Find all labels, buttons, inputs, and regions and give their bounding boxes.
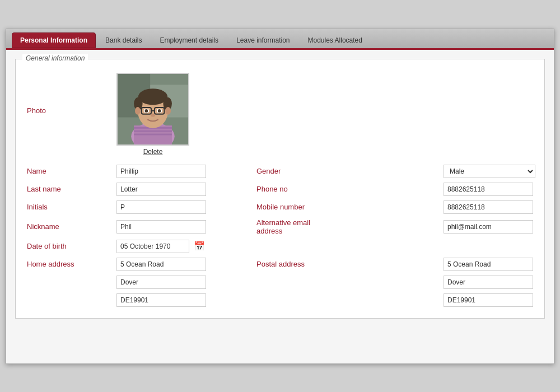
name-label: Name bbox=[27, 167, 116, 175]
photo-label: Photo bbox=[27, 73, 116, 115]
name-input[interactable] bbox=[116, 165, 206, 178]
tab-modules[interactable]: Modules Allocated bbox=[300, 32, 371, 48]
postal-line3-input[interactable] bbox=[444, 293, 533, 307]
alt-email-input[interactable] bbox=[444, 220, 533, 234]
photo-svg bbox=[118, 74, 188, 144]
tab-bank[interactable]: Bank details bbox=[97, 32, 150, 48]
svg-point-22 bbox=[151, 113, 155, 116]
tab-employment[interactable]: Employment details bbox=[151, 32, 227, 48]
dob-label: Date of birth bbox=[27, 242, 116, 250]
form-grid: Name Gender Male Female Other Last name … bbox=[27, 165, 533, 307]
alt-email-label: Alternative email address bbox=[245, 218, 332, 235]
nickname-label: Nickname bbox=[27, 222, 116, 231]
svg-point-13 bbox=[135, 107, 141, 115]
phone-label: Phone no bbox=[245, 185, 332, 193]
calendar-icon[interactable]: 📅 bbox=[194, 241, 205, 251]
photo-container: Delete bbox=[116, 73, 189, 156]
mobile-label: Mobile number bbox=[245, 203, 332, 211]
home-address-line3-input[interactable] bbox=[116, 293, 206, 307]
postal-line2-input[interactable] bbox=[444, 276, 533, 289]
phone-input[interactable] bbox=[444, 183, 533, 196]
photo-section: Photo bbox=[27, 68, 533, 156]
initials-input[interactable] bbox=[116, 200, 206, 214]
section-legend: General information bbox=[22, 54, 88, 62]
dob-cell: 📅 bbox=[116, 240, 228, 253]
postal-line1-input[interactable] bbox=[444, 258, 533, 271]
home-address-line2-input[interactable] bbox=[116, 276, 206, 289]
lastname-input[interactable] bbox=[116, 183, 206, 196]
nickname-input[interactable] bbox=[116, 220, 206, 234]
initials-label: Initials bbox=[27, 203, 116, 211]
general-info-section: General information Photo bbox=[15, 59, 545, 319]
profile-photo bbox=[116, 73, 189, 146]
gender-label: Gender bbox=[245, 167, 332, 175]
gender-select[interactable]: Male Female Other bbox=[444, 165, 535, 178]
svg-rect-6 bbox=[134, 130, 172, 132]
delete-photo-link[interactable]: Delete bbox=[143, 148, 163, 156]
home-address-line1-input[interactable] bbox=[116, 258, 206, 271]
mobile-input[interactable] bbox=[444, 200, 533, 214]
svg-point-14 bbox=[165, 107, 171, 115]
app-window: Personal Information Bank details Employ… bbox=[6, 29, 554, 364]
svg-point-20 bbox=[144, 109, 148, 113]
svg-point-10 bbox=[138, 88, 167, 105]
postal-label: Postal address bbox=[245, 260, 332, 268]
content-area: General information Photo bbox=[6, 50, 554, 363]
tab-leave[interactable]: Leave information bbox=[228, 32, 298, 48]
tab-bar: Personal Information Bank details Employ… bbox=[6, 29, 554, 50]
dob-input[interactable] bbox=[116, 240, 189, 253]
svg-rect-7 bbox=[134, 133, 172, 135]
home-address-label: Home address bbox=[27, 260, 116, 268]
tab-personal[interactable]: Personal Information bbox=[12, 32, 96, 48]
svg-point-21 bbox=[158, 109, 161, 113]
lastname-label: Last name bbox=[27, 185, 116, 193]
